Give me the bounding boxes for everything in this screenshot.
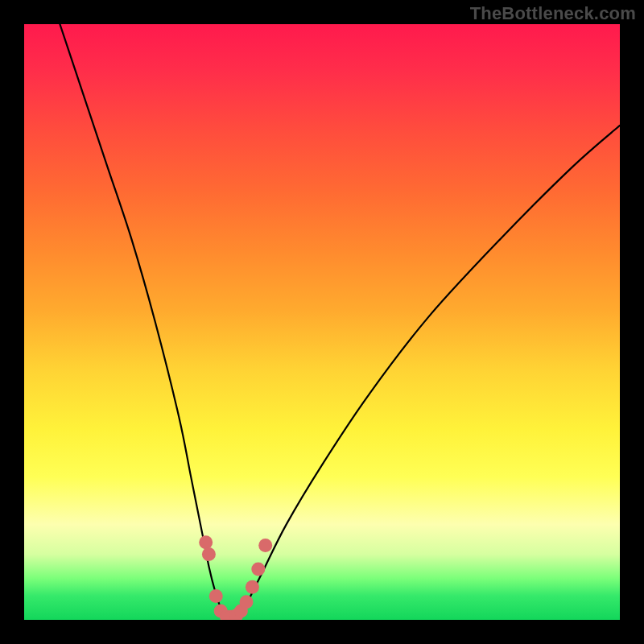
highlight-dot	[202, 547, 216, 561]
highlight-dot	[251, 563, 265, 576]
highlight-dot	[246, 580, 259, 594]
curve-layer	[24, 24, 620, 620]
highlight-dot	[258, 539, 272, 552]
watermark-text: TheBottleneck.com	[470, 3, 636, 24]
plot-area	[24, 24, 620, 620]
outer-frame: TheBottleneck.com	[0, 0, 644, 644]
highlight-dots	[199, 535, 272, 620]
highlight-dot	[199, 535, 213, 549]
highlight-dot	[240, 595, 254, 609]
bottleneck-curve	[60, 24, 620, 620]
highlight-dot	[209, 589, 223, 603]
